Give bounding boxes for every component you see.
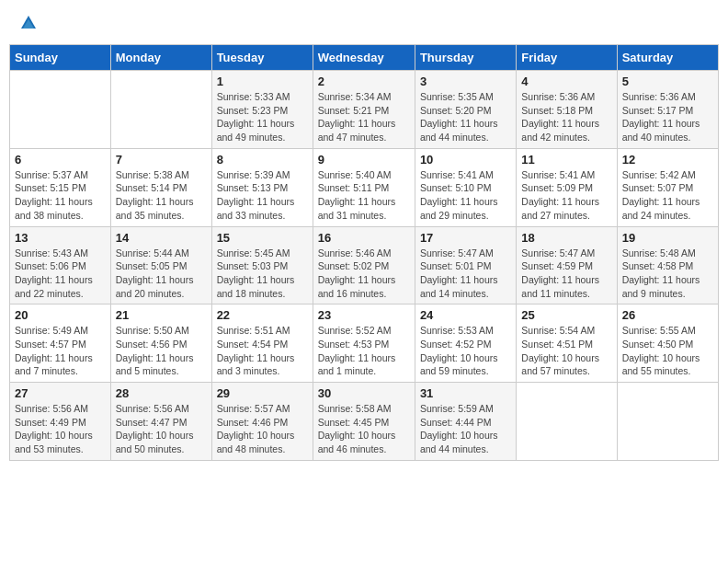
day-info: Sunrise: 5:38 AM Sunset: 5:14 PM Dayligh…	[116, 168, 207, 223]
calendar-cell	[517, 383, 617, 461]
calendar-cell: 18Sunrise: 5:47 AM Sunset: 4:59 PM Dayli…	[517, 226, 617, 304]
day-number: 11	[521, 153, 611, 167]
day-info: Sunrise: 5:51 AM Sunset: 4:54 PM Dayligh…	[217, 324, 308, 378]
day-info: Sunrise: 5:34 AM Sunset: 5:21 PM Dayligh…	[318, 90, 410, 144]
calendar-cell: 7Sunrise: 5:38 AM Sunset: 5:14 PM Daylig…	[110, 148, 211, 226]
calendar-cell: 21Sunrise: 5:50 AM Sunset: 4:56 PM Dayli…	[110, 304, 211, 383]
calendar-cell: 23Sunrise: 5:52 AM Sunset: 4:53 PM Dayli…	[313, 304, 415, 383]
calendar-cell: 28Sunrise: 5:56 AM Sunset: 4:47 PM Dayli…	[110, 383, 211, 461]
weekday-tuesday: Tuesday	[211, 45, 313, 71]
day-info: Sunrise: 5:42 AM Sunset: 5:07 PM Dayligh…	[622, 168, 713, 223]
logo	[18, 14, 37, 32]
day-number: 27	[15, 386, 106, 400]
day-info: Sunrise: 5:33 AM Sunset: 5:23 PM Dayligh…	[217, 90, 308, 144]
day-number: 12	[622, 153, 713, 167]
day-number: 29	[217, 386, 308, 400]
weekday-monday: Monday	[110, 45, 211, 71]
calendar-cell: 25Sunrise: 5:54 AM Sunset: 4:51 PM Dayli…	[517, 304, 617, 383]
calendar-cell: 19Sunrise: 5:48 AM Sunset: 4:58 PM Dayli…	[617, 226, 718, 304]
day-info: Sunrise: 5:36 AM Sunset: 5:17 PM Dayligh…	[622, 90, 713, 144]
day-number: 31	[420, 386, 511, 400]
day-number: 7	[116, 153, 207, 167]
day-info: Sunrise: 5:48 AM Sunset: 4:58 PM Dayligh…	[622, 247, 713, 301]
day-number: 24	[420, 308, 511, 322]
day-number: 10	[420, 153, 511, 167]
day-info: Sunrise: 5:52 AM Sunset: 4:53 PM Dayligh…	[318, 324, 410, 378]
day-number: 3	[420, 75, 511, 88]
day-number: 17	[420, 231, 511, 245]
calendar-cell: 12Sunrise: 5:42 AM Sunset: 5:07 PM Dayli…	[617, 148, 718, 226]
calendar-cell: 29Sunrise: 5:57 AM Sunset: 4:46 PM Dayli…	[211, 383, 313, 461]
day-info: Sunrise: 5:55 AM Sunset: 4:50 PM Dayligh…	[622, 324, 713, 378]
calendar-cell: 10Sunrise: 5:41 AM Sunset: 5:10 PM Dayli…	[415, 148, 516, 226]
day-number: 25	[521, 308, 611, 322]
day-number: 5	[622, 75, 713, 88]
calendar-table: SundayMondayTuesdayWednesdayThursdayFrid…	[9, 44, 719, 461]
day-info: Sunrise: 5:37 AM Sunset: 5:15 PM Dayligh…	[15, 168, 106, 223]
day-number: 4	[521, 75, 611, 88]
day-number: 13	[15, 231, 106, 245]
calendar-cell: 4Sunrise: 5:36 AM Sunset: 5:18 PM Daylig…	[517, 71, 617, 149]
calendar-cell: 6Sunrise: 5:37 AM Sunset: 5:15 PM Daylig…	[10, 148, 111, 226]
page-header	[9, 9, 719, 37]
calendar-week-2: 6Sunrise: 5:37 AM Sunset: 5:15 PM Daylig…	[10, 148, 719, 226]
day-number: 1	[217, 75, 308, 88]
calendar-cell: 20Sunrise: 5:49 AM Sunset: 4:57 PM Dayli…	[10, 304, 111, 383]
day-number: 20	[15, 308, 106, 322]
day-number: 6	[15, 153, 106, 167]
calendar-cell: 22Sunrise: 5:51 AM Sunset: 4:54 PM Dayli…	[211, 304, 313, 383]
calendar-cell: 1Sunrise: 5:33 AM Sunset: 5:23 PM Daylig…	[211, 71, 313, 149]
day-info: Sunrise: 5:58 AM Sunset: 4:45 PM Dayligh…	[318, 402, 410, 456]
calendar-cell: 11Sunrise: 5:41 AM Sunset: 5:09 PM Dayli…	[517, 148, 617, 226]
calendar-cell	[10, 71, 111, 149]
day-info: Sunrise: 5:46 AM Sunset: 5:02 PM Dayligh…	[318, 247, 410, 301]
day-info: Sunrise: 5:43 AM Sunset: 5:06 PM Dayligh…	[15, 247, 106, 301]
calendar-cell: 8Sunrise: 5:39 AM Sunset: 5:13 PM Daylig…	[211, 148, 313, 226]
weekday-friday: Friday	[517, 45, 617, 71]
day-info: Sunrise: 5:45 AM Sunset: 5:03 PM Dayligh…	[217, 247, 308, 301]
day-info: Sunrise: 5:35 AM Sunset: 5:20 PM Dayligh…	[420, 90, 511, 144]
day-info: Sunrise: 5:57 AM Sunset: 4:46 PM Dayligh…	[217, 402, 308, 456]
calendar-cell: 14Sunrise: 5:44 AM Sunset: 5:05 PM Dayli…	[110, 226, 211, 304]
calendar-cell: 27Sunrise: 5:56 AM Sunset: 4:49 PM Dayli…	[10, 383, 111, 461]
day-info: Sunrise: 5:49 AM Sunset: 4:57 PM Dayligh…	[15, 324, 106, 378]
day-info: Sunrise: 5:44 AM Sunset: 5:05 PM Dayligh…	[116, 247, 207, 301]
calendar-week-1: 1Sunrise: 5:33 AM Sunset: 5:23 PM Daylig…	[10, 71, 719, 149]
calendar-cell: 3Sunrise: 5:35 AM Sunset: 5:20 PM Daylig…	[415, 71, 516, 149]
day-info: Sunrise: 5:47 AM Sunset: 4:59 PM Dayligh…	[521, 247, 611, 301]
calendar-cell	[110, 71, 211, 149]
calendar-cell: 15Sunrise: 5:45 AM Sunset: 5:03 PM Dayli…	[211, 226, 313, 304]
day-info: Sunrise: 5:53 AM Sunset: 4:52 PM Dayligh…	[420, 324, 511, 378]
calendar-cell: 5Sunrise: 5:36 AM Sunset: 5:17 PM Daylig…	[617, 71, 718, 149]
day-number: 22	[217, 308, 308, 322]
day-info: Sunrise: 5:56 AM Sunset: 4:49 PM Dayligh…	[15, 402, 106, 456]
weekday-wednesday: Wednesday	[313, 45, 415, 71]
weekday-sunday: Sunday	[10, 45, 111, 71]
day-number: 28	[116, 386, 207, 400]
day-number: 2	[318, 75, 410, 88]
weekday-thursday: Thursday	[415, 45, 516, 71]
day-number: 23	[318, 308, 410, 322]
calendar-week-5: 27Sunrise: 5:56 AM Sunset: 4:49 PM Dayli…	[10, 383, 719, 461]
day-number: 19	[622, 231, 713, 245]
calendar-week-3: 13Sunrise: 5:43 AM Sunset: 5:06 PM Dayli…	[10, 226, 719, 304]
calendar-cell: 9Sunrise: 5:40 AM Sunset: 5:11 PM Daylig…	[313, 148, 415, 226]
calendar-cell: 24Sunrise: 5:53 AM Sunset: 4:52 PM Dayli…	[415, 304, 516, 383]
calendar-week-4: 20Sunrise: 5:49 AM Sunset: 4:57 PM Dayli…	[10, 304, 719, 383]
day-info: Sunrise: 5:41 AM Sunset: 5:09 PM Dayligh…	[521, 168, 611, 223]
day-info: Sunrise: 5:39 AM Sunset: 5:13 PM Dayligh…	[217, 168, 308, 223]
calendar-cell: 31Sunrise: 5:59 AM Sunset: 4:44 PM Dayli…	[415, 383, 516, 461]
calendar-cell: 26Sunrise: 5:55 AM Sunset: 4:50 PM Dayli…	[617, 304, 718, 383]
calendar-cell	[617, 383, 718, 461]
day-number: 18	[521, 231, 611, 245]
day-number: 14	[116, 231, 207, 245]
day-info: Sunrise: 5:54 AM Sunset: 4:51 PM Dayligh…	[521, 324, 611, 378]
day-number: 9	[318, 153, 410, 167]
day-number: 30	[318, 386, 410, 400]
day-info: Sunrise: 5:36 AM Sunset: 5:18 PM Dayligh…	[521, 90, 611, 144]
day-info: Sunrise: 5:50 AM Sunset: 4:56 PM Dayligh…	[116, 324, 207, 378]
weekday-header-row: SundayMondayTuesdayWednesdayThursdayFrid…	[10, 45, 719, 71]
calendar-cell: 17Sunrise: 5:47 AM Sunset: 5:01 PM Dayli…	[415, 226, 516, 304]
day-info: Sunrise: 5:47 AM Sunset: 5:01 PM Dayligh…	[420, 247, 511, 301]
logo-icon	[20, 14, 37, 30]
